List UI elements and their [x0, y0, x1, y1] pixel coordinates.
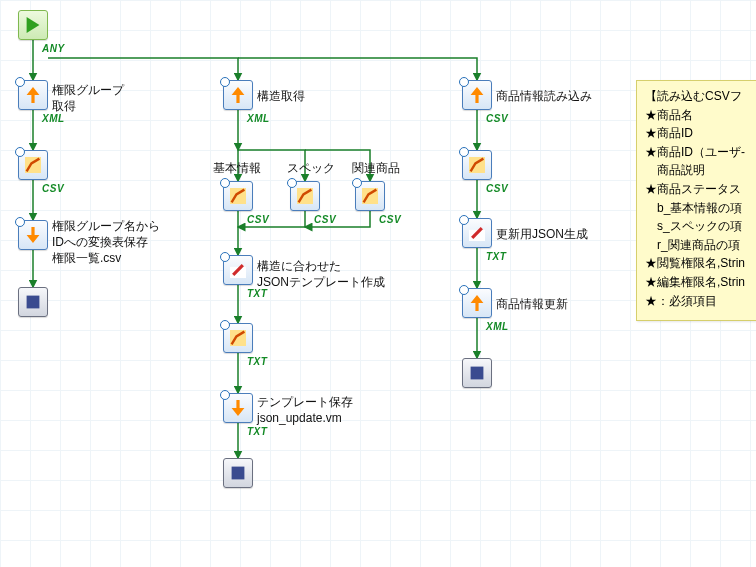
col2-branch-right-tag: CSV	[379, 214, 401, 225]
stop-icon	[469, 365, 485, 381]
sticky-note: 【読み込むCSVフ ★商品名 ★商品ID ★商品ID（ユーザ- 商品説明 ★商品…	[636, 80, 756, 321]
col2-end-node[interactable]	[223, 458, 253, 488]
col3-generate-node[interactable]	[462, 218, 492, 248]
col2-branch-mid-node[interactable]	[290, 181, 320, 211]
col2-mapper2-tag: TXT	[247, 356, 267, 367]
mapper-icon	[469, 157, 485, 173]
note-line: ★商品ID	[645, 124, 756, 143]
col1-save-node[interactable]	[18, 220, 48, 250]
note-line: ★商品ID（ユーザ-	[645, 143, 756, 162]
col3-load-tag: CSV	[486, 113, 508, 124]
arrow-down-icon	[25, 227, 41, 243]
note-line: 商品説明	[645, 161, 756, 180]
col2-mapper2-node[interactable]	[223, 323, 253, 353]
col3-mapper-tag: CSV	[486, 183, 508, 194]
col3-generate-label: 更新用JSON生成	[496, 226, 588, 242]
note-line: b_基本情報の項	[645, 199, 756, 218]
col3-load-label: 商品情報読み込み	[496, 88, 592, 104]
col2-save-tag: TXT	[247, 426, 267, 437]
col3-update-label: 商品情報更新	[496, 296, 568, 312]
col3-mapper-node[interactable]	[462, 150, 492, 180]
note-line: s_スペックの項	[645, 217, 756, 236]
branch-label-mid: スペック	[287, 160, 335, 176]
col1-rest-label: 権限グループ取得	[52, 82, 124, 114]
mapper-icon	[230, 330, 246, 346]
arrow-up-icon	[230, 87, 246, 103]
mapper-icon	[362, 188, 378, 204]
stop-icon	[230, 465, 246, 481]
col2-json-template-label: 構造に合わせたJSONテンプレート作成	[257, 258, 385, 290]
note-line: ★商品ステータス	[645, 180, 756, 199]
col3-load-node[interactable]	[462, 80, 492, 110]
note-line: r_関連商品の項	[645, 236, 756, 255]
col2-branch-mid-tag: CSV	[314, 214, 336, 225]
arrow-down-icon	[230, 400, 246, 416]
col1-end-node[interactable]	[18, 287, 48, 317]
start-tag: ANY	[42, 43, 65, 54]
svg-rect-13	[27, 296, 40, 309]
col1-mapper-tag: CSV	[42, 183, 64, 194]
col2-rest-node[interactable]	[223, 80, 253, 110]
col3-end-node[interactable]	[462, 358, 492, 388]
col2-json-template-node[interactable]	[223, 255, 253, 285]
arrow-up-icon	[469, 87, 485, 103]
col2-rest-label: 構造取得	[257, 88, 305, 104]
col2-save-node[interactable]	[223, 393, 253, 423]
col2-rest-tag: XML	[247, 113, 270, 124]
col1-rest-tag: XML	[42, 113, 65, 124]
col2-branch-right-node[interactable]	[355, 181, 385, 211]
col1-rest-node[interactable]	[18, 80, 48, 110]
col3-generate-tag: TXT	[486, 251, 506, 262]
mapper-icon	[230, 188, 246, 204]
col2-branch-left-node[interactable]	[223, 181, 253, 211]
branch-label-right: 関連商品	[352, 160, 400, 176]
stop-icon	[25, 294, 41, 310]
mapper-icon	[297, 188, 313, 204]
branch-label-left: 基本情報	[213, 160, 261, 176]
col3-update-tag: XML	[486, 321, 509, 332]
start-node[interactable]	[18, 10, 48, 40]
col2-branch-left-tag: CSV	[247, 214, 269, 225]
note-line: ★：必須項目	[645, 292, 756, 311]
col2-json-template-tag: TXT	[247, 288, 267, 299]
pencil-icon	[230, 262, 246, 278]
note-title: 【読み込むCSVフ	[645, 87, 756, 106]
svg-rect-19	[232, 467, 245, 480]
arrow-up-icon	[469, 295, 485, 311]
arrow-up-icon	[25, 87, 41, 103]
note-line: ★商品名	[645, 106, 756, 125]
col3-update-node[interactable]	[462, 288, 492, 318]
svg-rect-22	[471, 367, 484, 380]
note-line: ★閲覧権限名,Strin	[645, 254, 756, 273]
col1-mapper-node[interactable]	[18, 150, 48, 180]
col1-save-label: 権限グループ名からIDへの変換表保存権限一覧.csv	[52, 218, 160, 267]
mapper-icon	[25, 157, 41, 173]
note-line: ★編集権限名,Strin	[645, 273, 756, 292]
col2-save-label: テンプレート保存json_update.vm	[257, 394, 353, 426]
pencil-icon	[469, 225, 485, 241]
